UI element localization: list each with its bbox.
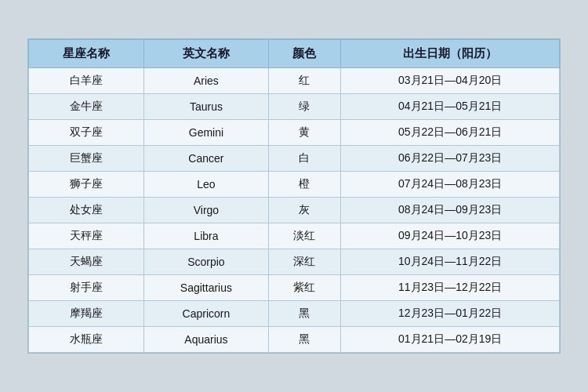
cell-english-name: Capricorn	[144, 301, 268, 327]
table-row: 狮子座Leo橙07月24日—08月23日	[29, 172, 560, 198]
cell-english-name: Cancer	[144, 146, 268, 172]
cell-chinese-name: 射手座	[29, 275, 144, 301]
cell-english-name: Leo	[144, 172, 268, 198]
table-header-row: 星座名称 英文名称 颜色 出生日期（阳历）	[29, 40, 560, 68]
cell-color: 绿	[268, 94, 341, 120]
cell-dates: 06月22日—07月23日	[341, 146, 560, 172]
cell-chinese-name: 金牛座	[29, 94, 144, 120]
cell-color: 黑	[268, 301, 341, 327]
cell-english-name: Virgo	[144, 198, 268, 223]
cell-chinese-name: 狮子座	[29, 172, 144, 198]
header-english-name: 英文名称	[144, 40, 268, 68]
table-row: 天秤座Libra淡红09月24日—10月23日	[29, 223, 560, 249]
cell-color: 紫红	[268, 275, 341, 301]
cell-english-name: Libra	[144, 223, 268, 249]
cell-dates: 05月22日—06月21日	[341, 120, 560, 146]
cell-dates: 01月21日—02月19日	[341, 327, 560, 353]
cell-color: 灰	[268, 198, 341, 223]
cell-english-name: Aries	[144, 68, 268, 94]
table-row: 巨蟹座Cancer白06月22日—07月23日	[29, 146, 560, 172]
cell-color: 红	[268, 68, 341, 94]
cell-english-name: Gemini	[144, 120, 268, 146]
cell-color: 黄	[268, 120, 341, 146]
cell-dates: 04月21日—05月21日	[341, 94, 560, 120]
table-row: 射手座Sagittarius紫红11月23日—12月22日	[29, 275, 560, 301]
table-row: 白羊座Aries红03月21日—04月20日	[29, 68, 560, 94]
cell-chinese-name: 巨蟹座	[29, 146, 144, 172]
cell-english-name: Sagittarius	[144, 275, 268, 301]
cell-dates: 11月23日—12月22日	[341, 275, 560, 301]
header-chinese-name: 星座名称	[29, 40, 144, 68]
table-row: 处女座Virgo灰08月24日—09月23日	[29, 198, 560, 223]
cell-color: 黑	[268, 327, 341, 353]
cell-color: 白	[268, 146, 341, 172]
cell-english-name: Scorpio	[144, 249, 268, 275]
table-row: 摩羯座Capricorn黑12月23日—01月22日	[29, 301, 560, 327]
table-body: 白羊座Aries红03月21日—04月20日金牛座Taurus绿04月21日—0…	[29, 68, 560, 353]
cell-dates: 09月24日—10月23日	[341, 223, 560, 249]
cell-chinese-name: 摩羯座	[29, 301, 144, 327]
cell-chinese-name: 天秤座	[29, 223, 144, 249]
cell-dates: 03月21日—04月20日	[341, 68, 560, 94]
cell-dates: 12月23日—01月22日	[341, 301, 560, 327]
cell-color: 深红	[268, 249, 341, 275]
table-row: 双子座Gemini黄05月22日—06月21日	[29, 120, 560, 146]
zodiac-table: 星座名称 英文名称 颜色 出生日期（阳历） 白羊座Aries红03月21日—04…	[28, 39, 560, 353]
zodiac-table-container: 星座名称 英文名称 颜色 出生日期（阳历） 白羊座Aries红03月21日—04…	[27, 38, 561, 354]
cell-chinese-name: 白羊座	[29, 68, 144, 94]
header-dates: 出生日期（阳历）	[341, 40, 560, 68]
cell-chinese-name: 水瓶座	[29, 327, 144, 353]
cell-chinese-name: 双子座	[29, 120, 144, 146]
cell-english-name: Taurus	[144, 94, 268, 120]
header-color: 颜色	[268, 40, 341, 68]
cell-chinese-name: 处女座	[29, 198, 144, 223]
cell-color: 淡红	[268, 223, 341, 249]
cell-english-name: Aquarius	[144, 327, 268, 353]
table-row: 天蝎座Scorpio深红10月24日—11月22日	[29, 249, 560, 275]
table-row: 水瓶座Aquarius黑01月21日—02月19日	[29, 327, 560, 353]
cell-chinese-name: 天蝎座	[29, 249, 144, 275]
table-row: 金牛座Taurus绿04月21日—05月21日	[29, 94, 560, 120]
cell-dates: 07月24日—08月23日	[341, 172, 560, 198]
cell-dates: 10月24日—11月22日	[341, 249, 560, 275]
cell-color: 橙	[268, 172, 341, 198]
cell-dates: 08月24日—09月23日	[341, 198, 560, 223]
